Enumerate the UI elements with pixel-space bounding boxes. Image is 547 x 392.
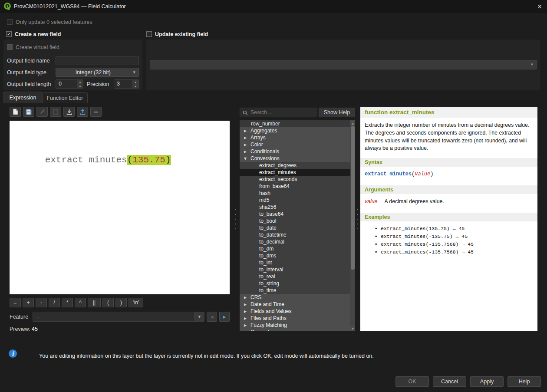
search-input[interactable] xyxy=(250,109,315,116)
tree-item-to_dm[interactable]: to_dm xyxy=(240,245,355,252)
tree-item-to_bool[interactable]: to_bool xyxy=(240,217,355,224)
tree-group-conditionals[interactable]: ▶Conditionals xyxy=(240,148,355,155)
bullet-icon: • xyxy=(375,241,381,247)
show-help-button[interactable]: Show Help xyxy=(319,108,355,117)
import-expressions-button[interactable] xyxy=(63,107,75,117)
tree-group-color[interactable]: ▶Color xyxy=(240,141,355,148)
tree-group-label: Conditionals xyxy=(250,148,279,155)
update-existing-field-label[interactable]: Update existing field xyxy=(155,31,208,37)
syntax-argument: value xyxy=(415,171,430,177)
help-button[interactable]: Help xyxy=(507,376,541,387)
tree-item-from_base64[interactable]: from_base64 xyxy=(240,183,355,190)
tree-group-date-and-time[interactable]: ▶Date and Time xyxy=(240,301,355,308)
create-new-field-checkbox[interactable]: ✓ xyxy=(6,31,12,37)
tree-item-row_number[interactable]: row_number xyxy=(240,120,355,127)
branch-closed-icon: ▶ xyxy=(244,330,250,331)
tree-group-conversions[interactable]: ▼Conversions xyxy=(240,155,355,162)
operator-newline-button[interactable]: '\n' xyxy=(129,298,143,307)
branch-closed-icon: ▶ xyxy=(244,303,250,306)
cancel-button[interactable]: Cancel xyxy=(433,376,466,387)
operator-concat-button[interactable]: || xyxy=(88,298,101,307)
precision-stepper[interactable]: 3 ▲ ▼ xyxy=(114,79,139,89)
tree-item-to_date[interactable]: to_date xyxy=(240,224,355,231)
operator-multiply-button[interactable]: * xyxy=(62,298,73,307)
operator-label: / xyxy=(53,300,55,306)
expression-argument: 135.75 xyxy=(132,155,165,165)
tree-item-to_real[interactable]: to_real xyxy=(240,273,355,280)
scroll-down-icon[interactable]: ▼ xyxy=(350,326,355,331)
tree-group-files-and-paths[interactable]: ▶Files and Paths xyxy=(240,315,355,322)
scroll-up-icon[interactable]: ▲ xyxy=(350,120,355,125)
tree-item-label: from_base64 xyxy=(259,183,290,189)
tree-group-general[interactable]: ▶General xyxy=(240,329,355,331)
tree-item-to_datetime[interactable]: to_datetime xyxy=(240,231,355,238)
tree-group-arrays[interactable]: ▶Arrays xyxy=(240,134,355,141)
scrollbar-thumb[interactable] xyxy=(351,126,355,270)
tree-group-fields-and-values[interactable]: ▶Fields and Values xyxy=(240,308,355,315)
tree-group-aggregates[interactable]: ▶Aggregates xyxy=(240,127,355,134)
tree-scrollbar[interactable]: ▲ ▼ xyxy=(350,120,355,331)
export-expressions-button[interactable] xyxy=(77,107,88,117)
operator-divide-button[interactable]: / xyxy=(49,298,60,307)
function-help-panel: function extract_minutes Extracts the in… xyxy=(360,107,537,331)
clear-expression-button[interactable] xyxy=(10,107,21,117)
update-existing-field-checkbox[interactable] xyxy=(146,31,152,37)
argument-description: A decimal degrees value. xyxy=(384,198,444,204)
tree-item-to_decimal[interactable]: to_decimal xyxy=(240,238,355,245)
tree-item-extract_seconds[interactable]: extract_seconds xyxy=(240,176,355,183)
tree-group-fuzzy-matching[interactable]: ▶Fuzzy Matching xyxy=(240,322,355,329)
remove-expression-button xyxy=(50,107,61,117)
tree-item-extract_degrees[interactable]: extract_degrees xyxy=(240,162,355,169)
tab-expression-label: Expression xyxy=(10,95,36,101)
comment-button[interactable]: -- xyxy=(90,107,102,117)
save-icon xyxy=(26,109,32,115)
tree-group-crs[interactable]: ▶CRS xyxy=(240,294,355,301)
spin-down-icon[interactable]: ▼ xyxy=(77,84,83,88)
close-icon[interactable]: × xyxy=(532,0,547,13)
spin-up-icon[interactable]: ▲ xyxy=(133,80,138,84)
ok-button[interactable]: OK xyxy=(395,376,429,387)
spin-up-icon[interactable]: ▲ xyxy=(77,80,83,84)
operator-close-paren-button[interactable]: ) xyxy=(115,298,127,307)
operator-equals-button[interactable]: = xyxy=(10,298,21,307)
existing-field-select[interactable]: ▼ xyxy=(150,60,537,69)
feature-select[interactable]: – ▼ xyxy=(33,312,204,322)
example-code: extract_minutes(135.75) → 45 xyxy=(381,226,465,232)
save-expression-button[interactable] xyxy=(23,107,34,117)
output-field-type-select[interactable]: Integer (32 bit) ▼ xyxy=(56,68,139,77)
update-field-group: ▼ xyxy=(146,40,540,90)
tab-expression[interactable]: Expression xyxy=(3,92,42,103)
apply-button[interactable]: Apply xyxy=(470,376,504,387)
output-field-length-value: 0 xyxy=(56,80,77,88)
output-field-length-stepper[interactable]: 0 ▲ ▼ xyxy=(56,79,83,89)
tree-item-sha256[interactable]: sha256 xyxy=(240,204,355,211)
tree-item-hash[interactable]: hash xyxy=(240,190,355,197)
tree-item-to_dms[interactable]: to_dms xyxy=(240,252,355,259)
pencil-icon xyxy=(40,109,45,115)
tree-item-to_string[interactable]: to_string xyxy=(240,280,355,287)
tree-item-extract_minutes[interactable]: extract_minutes xyxy=(240,169,355,176)
tree-item-to_base64[interactable]: to_base64 xyxy=(240,211,355,217)
function-tree: row_number ▶Aggregates ▶Arrays ▶Color ▶C… xyxy=(240,120,355,331)
operator-power-button[interactable]: ^ xyxy=(75,298,86,307)
next-feature-button[interactable]: ▶ xyxy=(219,312,230,322)
create-new-field-label[interactable]: Create a new field xyxy=(15,31,61,37)
operator-minus-button[interactable]: - xyxy=(36,298,47,307)
splitter-right-handle[interactable] xyxy=(356,209,359,229)
operator-open-paren-button[interactable]: ( xyxy=(102,298,114,307)
tree-item-to_interval[interactable]: to_interval xyxy=(240,266,355,273)
chevron-down-icon: ▼ xyxy=(195,315,204,319)
tree-item-md5[interactable]: md5 xyxy=(240,197,355,204)
spin-down-icon[interactable]: ▼ xyxy=(133,84,138,88)
previous-feature-button: ◀ xyxy=(207,312,217,322)
info-icon: i xyxy=(9,349,17,358)
expression-function-name: extract_minutes xyxy=(45,155,127,165)
tab-function-editor[interactable]: Function Editor xyxy=(42,92,88,103)
expression-editor[interactable]: extract_minutes(135.75) xyxy=(10,121,230,294)
tree-item-to_time[interactable]: to_time xyxy=(240,287,355,294)
splitter-left-handle[interactable] xyxy=(234,209,237,229)
operator-plus-button[interactable]: + xyxy=(23,298,34,307)
output-field-name-input[interactable] xyxy=(56,56,139,65)
tree-item-to_int[interactable]: to_int xyxy=(240,259,355,266)
tree-item-label: extract_seconds xyxy=(259,176,297,182)
